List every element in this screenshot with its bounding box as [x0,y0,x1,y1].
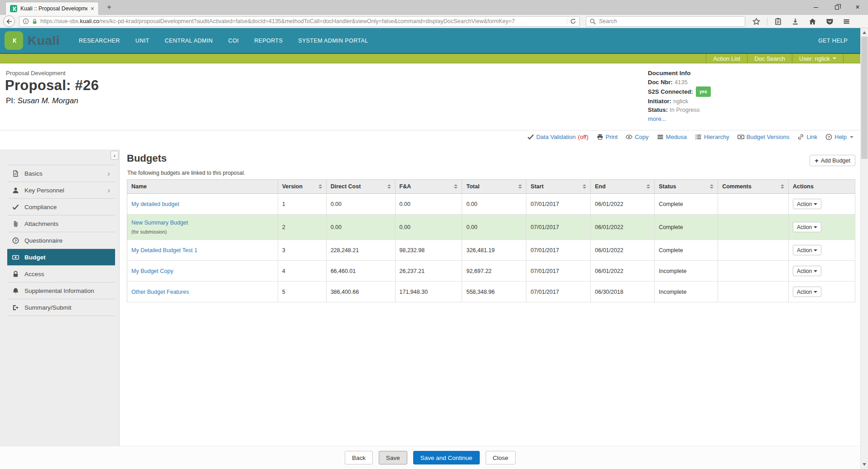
sidebar-item-budget[interactable]: Budget [7,249,115,266]
sort-icon[interactable] [454,184,458,189]
page-scrollbar[interactable] [860,28,868,469]
scrollbar-up-icon[interactable] [863,31,866,34]
toolbar-copy[interactable]: Copy [626,134,648,140]
cell-direct-cost: 66,460.01 [326,261,395,282]
downloads-icon[interactable] [791,18,799,25]
reading-list-icon[interactable] [774,18,782,25]
window-minimize-button[interactable] [805,0,826,14]
get-help-link[interactable]: GET HELP [818,38,848,44]
budget-name-link[interactable]: My Detailed Budget Test 1 [131,247,198,254]
tab-close-icon[interactable]: × [91,5,94,12]
add-budget-button[interactable]: + Add Budget [810,155,855,166]
toolbar-medusa[interactable]: Medusa [657,134,687,140]
sort-icon[interactable] [646,184,650,189]
cell-status: Complete [655,194,718,215]
menu-hamburger-icon[interactable] [843,18,850,25]
budget-name-link[interactable]: My detailed budget [131,201,179,207]
budget-name-link[interactable]: My Budget Copy [131,268,173,274]
column-header-start[interactable]: Start [526,180,591,194]
cell-comments [718,282,789,302]
scrollbar-down-icon[interactable] [863,463,866,466]
pocket-icon[interactable] [826,18,834,25]
column-header-direct-cost[interactable]: Direct Cost [326,180,395,194]
secure-padlock-icon[interactable] [32,19,38,24]
app-nav-central-admin[interactable]: CENTRAL ADMIN [165,38,213,44]
sidebar-item-supplemental-information[interactable]: Supplemental Information [7,282,115,299]
toolbar-budget-versions[interactable]: Budget Versions [738,134,790,140]
cell-name: My detailed budget [127,194,278,215]
save-and-continue-button[interactable]: Save and Continue [413,451,480,464]
budget-name-link[interactable]: Other Budget Features [131,289,189,295]
close-button[interactable]: Close [486,451,516,464]
sidebar-item-compliance[interactable]: Compliance [7,199,115,215]
toolbar-hierarchy[interactable]: Hierarchy [695,134,729,140]
row-action-button[interactable]: Action [793,287,821,297]
sidebar-item-questionnaire[interactable]: ?Questionnaire [7,232,115,249]
column-header-version[interactable]: Version [278,180,326,194]
sidebar-item-key-personnel[interactable]: Key Personnel› [7,182,115,199]
column-header-f-a[interactable]: F&A [395,180,462,194]
status-badge: yes [696,86,711,97]
new-tab-button[interactable]: + [103,3,115,12]
sidebar-item-basics[interactable]: Basics› [7,165,115,182]
row-action-button[interactable]: Action [793,266,821,276]
app-nav-reports[interactable]: REPORTS [254,38,283,44]
sidebar-menu: Basics›Key Personnel›ComplianceAttachmen… [7,165,115,316]
sort-icon[interactable] [518,184,522,189]
url-text[interactable]: https://siue-sbx.kuali.co/res/kc-pd-krad… [40,18,564,24]
sidebar-collapse-button[interactable]: ‹ [111,151,119,160]
cell-start: 07/01/2017 [526,282,591,302]
site-info-icon[interactable] [23,18,29,24]
sort-icon[interactable] [583,184,586,189]
toolbar-link[interactable]: Link [797,134,817,140]
window-close-button[interactable]: × [847,0,868,14]
budget-name-link[interactable]: New Summary Budget [131,220,188,226]
window-restore-button[interactable] [826,0,847,14]
cell-fa: 98,232.98 [395,240,462,261]
browser-tab[interactable]: Kuali :: Proposal Developme × [5,2,99,15]
app-nav-system-admin-portal[interactable]: SYSTEM ADMIN PORTAL [298,38,368,44]
chevron-right-icon: › [107,170,110,177]
portal-user-nglick[interactable]: User: nglick [792,54,843,63]
column-header-total[interactable]: Total [462,180,526,194]
kuali-favicon [10,5,17,12]
column-label: End [595,183,606,190]
save-button[interactable]: Save [379,451,407,464]
app-nav-coi[interactable]: COI [228,38,239,44]
app-nav-unit[interactable]: UNIT [135,38,149,44]
toolbar-print[interactable]: Print [597,134,618,140]
column-header-comments[interactable]: Comments [718,180,789,194]
scrollbar-thumb[interactable] [861,37,868,159]
sort-icon[interactable] [387,184,391,189]
app-nav-researcher[interactable]: RESEARCHER [79,38,120,44]
home-icon[interactable] [809,18,816,25]
portal-action-list[interactable]: Action List [706,54,747,63]
row-action-button[interactable]: Action [793,245,821,255]
bookmark-star-icon[interactable] [752,18,760,25]
sort-icon[interactable] [710,184,714,189]
close-icon: × [855,4,859,11]
sidebar-item-attachments[interactable]: Attachments [7,215,115,232]
row-action-button[interactable]: Action [793,199,821,209]
sidebar-item-summary-submit[interactable]: Summary/Submit [7,299,115,316]
brand-name: Kuali [28,34,60,48]
sort-icon[interactable] [318,184,322,189]
column-header-end[interactable]: End [591,180,655,194]
reload-icon[interactable] [567,18,576,24]
sidebar-item-access[interactable]: Access [7,266,115,282]
portal-doc-search[interactable]: Doc Search [747,54,792,63]
column-header-status[interactable]: Status [655,180,718,194]
back-button[interactable] [3,15,15,27]
toolbar-help[interactable]: ?Help [825,134,854,140]
more-link[interactable]: more... [648,115,711,124]
search-input[interactable]: Search [586,16,745,27]
toolbar-label: Budget Versions [747,134,790,140]
toolbar-data-validation[interactable]: Data Validation(off) [527,134,588,140]
person-icon [12,187,19,194]
row-action-button[interactable]: Action [793,222,821,232]
kuali-logo[interactable] [5,31,23,50]
money-icon [738,134,744,140]
back-page-button[interactable]: Back [345,451,373,464]
sort-icon[interactable] [781,184,784,189]
url-bar[interactable]: https://siue-sbx.kuali.co/res/kc-pd-krad… [19,16,580,27]
